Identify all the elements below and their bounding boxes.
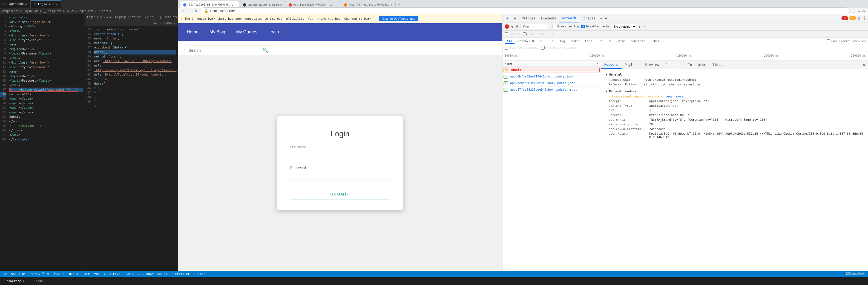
settings-icon[interactable]: ⚙	[858, 16, 860, 21]
detail-tab-preview[interactable]: Preview	[642, 61, 662, 69]
detail-tab-headers[interactable]: Headers	[601, 61, 622, 69]
tab-add[interactable]: +	[603, 14, 609, 23]
editor-tab-left-2[interactable]: ⬡ Login.vue ✕	[31, 0, 61, 8]
third-party-checkbox[interactable]: 3rd-party requests	[541, 46, 578, 50]
timeline-area: 50000 ms 100000 ms 150000 ms 200000 ms 2…	[502, 51, 868, 61]
tab-label-2: Login.vue	[38, 2, 55, 6]
preserve-log-checkbox[interactable]: Preserve log	[553, 25, 579, 28]
status-lang: Vue	[94, 272, 100, 276]
tab-close-2[interactable]: ✕	[280, 3, 282, 6]
filter-types-row: All Fetch/XHR JS CSS Img Media Font Doc …	[502, 38, 868, 45]
tab-welcome[interactable]: Welcome	[519, 14, 538, 23]
status-golive[interactable]: ✓ Go Live	[104, 272, 121, 276]
address-bar[interactable]	[210, 9, 846, 13]
timeline-label-1: 50000 ms	[505, 54, 518, 57]
network-toolbar: ⊗ ⊽ Preserve log Disable cache No thrott…	[502, 23, 868, 31]
editor-left-code: 12345 678910 1112131415 161718 192021222…	[0, 14, 85, 271]
tab-close-4[interactable]: ✕	[391, 3, 393, 6]
network-row-2[interactable]: J app.6bfbe02ee7174c1chot-update.json	[502, 73, 601, 80]
status-encoding: UTF-8	[69, 272, 78, 276]
tab-close-1[interactable]: ✕	[235, 3, 236, 6]
learn-more-link[interactable]: Learn more	[665, 95, 683, 98]
tab-console[interactable]: Console	[579, 14, 598, 23]
hide-data-urls-checkbox[interactable]: Hide data URLs	[523, 32, 553, 36]
blocked-requests-checkbox[interactable]: Blocked Requests	[505, 46, 538, 50]
tab-close-3[interactable]: ✕	[336, 3, 337, 6]
devtools-icon-toggle[interactable]: ⚙	[503, 14, 511, 22]
toolbar-close[interactable]: ✕	[174, 22, 176, 25]
detail-tab-response[interactable]: Response	[662, 61, 685, 69]
timeline-label-2: 100000 ms	[590, 54, 605, 57]
forward-button[interactable]: ›	[187, 8, 191, 14]
status-issues[interactable]: ⚠ 2 known issues	[138, 272, 167, 276]
tab-label: Login.vue	[7, 2, 24, 6]
search-input[interactable]	[189, 48, 260, 53]
network-list: Name ✕ JS submit J app.6bfbe02ee7174c1ch…	[502, 61, 601, 271]
filter-media[interactable]: Media	[568, 39, 582, 43]
tab-elements[interactable]: Elements	[538, 14, 560, 23]
referrer-policy-label: Referrer Policy:	[609, 83, 642, 86]
network-row-4[interactable]: J app.87fee64a29bee942.hot-update.js...	[502, 87, 601, 93]
filter-doc[interactable]: Doc	[595, 39, 606, 43]
filter-all[interactable]: All	[505, 39, 515, 44]
error-count: 11	[841, 16, 848, 20]
detail-tab-timing[interactable]: Tim...	[709, 61, 727, 69]
close-icon-2[interactable]: ✕	[56, 3, 58, 6]
filter-js[interactable]: JS	[537, 39, 545, 43]
filter-manifest[interactable]: Manifest	[628, 39, 647, 43]
tab-more[interactable]: »	[598, 14, 603, 23]
close-icon[interactable]: ✕	[26, 2, 27, 5]
tab-network[interactable]: Network	[559, 14, 579, 23]
toolbar-icon-1[interactable]: A↕	[154, 22, 157, 25]
nav-link-blog[interactable]: My Blog	[210, 30, 225, 34]
status-time: 05:27:04	[11, 272, 26, 276]
warn-icon: ⚠	[609, 95, 611, 98]
filter-img[interactable]: Img	[557, 39, 567, 43]
status-spaces: 空格: 4	[53, 272, 65, 276]
filter-ws[interactable]: WS	[607, 39, 615, 43]
change-devtools-button[interactable]: Change DevTools theme	[379, 16, 418, 21]
blocked-cookies-checkbox[interactable]: Has blocked cookies	[827, 39, 866, 43]
record-button[interactable]	[505, 24, 509, 29]
status-tag: 4.9.3	[125, 272, 134, 276]
filter-fetchxhr[interactable]: Fetch/XHR	[516, 39, 536, 43]
notification-bar: ℹ The Chromium Dark theme has been depre…	[178, 14, 502, 23]
throttling-select[interactable]: No throttling	[612, 24, 637, 29]
invert-checkbox[interactable]: Invert	[505, 32, 520, 36]
network-row-3[interactable]: J app.bcdda363f420f3f5.hot-update.json	[502, 80, 601, 87]
password-input[interactable]	[290, 171, 390, 180]
filter-icon[interactable]: ⊽	[516, 24, 518, 29]
terminal-tab-powershell[interactable]: powershell	[3, 278, 28, 284]
search-box[interactable]: 🔍	[185, 45, 272, 55]
nav-link-games[interactable]: My Games	[236, 30, 257, 34]
nav-link-login[interactable]: Login	[268, 30, 279, 34]
login-title: Login	[290, 129, 390, 138]
password-label: Password	[290, 166, 390, 170]
devtools-tab-bar: ⚙ 🖱 Welcome Elements Network Console » +…	[502, 14, 868, 23]
editor-tab-left-1[interactable]: ⬡ Login.vue ✕	[0, 0, 31, 8]
submit-button[interactable]: SUBMIT	[290, 189, 390, 200]
devtools-icon-inspect[interactable]: 🖱	[511, 14, 519, 22]
detail-tab-initiator[interactable]: Initiator	[685, 61, 709, 69]
dots-icon[interactable]: ⋮	[863, 15, 867, 21]
filter-font[interactable]: Font	[583, 39, 595, 43]
export-har-icon[interactable]: ⬇	[643, 24, 645, 29]
back-button[interactable]: ‹	[181, 8, 185, 14]
disable-cache-checkbox[interactable]: Disable cache	[581, 25, 610, 28]
filter-wasm[interactable]: Wasm	[616, 39, 627, 43]
terminal-tab-node[interactable]: node	[32, 278, 46, 284]
network-search-input[interactable]	[521, 24, 548, 29]
close-details-button[interactable]: ✕	[860, 61, 868, 69]
network-row-submit[interactable]: JS submit	[502, 67, 601, 73]
close-list-button[interactable]: ✕	[594, 62, 601, 65]
nav-link-home[interactable]: Home	[187, 30, 198, 34]
clear-button[interactable]: ⊗	[511, 24, 514, 29]
reload-button[interactable]: ↻	[193, 8, 198, 14]
username-input[interactable]	[290, 150, 390, 159]
filter-other[interactable]: Other	[648, 39, 662, 43]
toolbar-icon-2[interactable]: ⇄	[160, 22, 161, 25]
filter-css[interactable]: CSS	[547, 39, 556, 43]
new-tab-button[interactable]: +	[396, 2, 402, 7]
detail-tab-payload[interactable]: Payload	[622, 61, 642, 69]
import-har-icon[interactable]: ⬆	[639, 24, 641, 29]
